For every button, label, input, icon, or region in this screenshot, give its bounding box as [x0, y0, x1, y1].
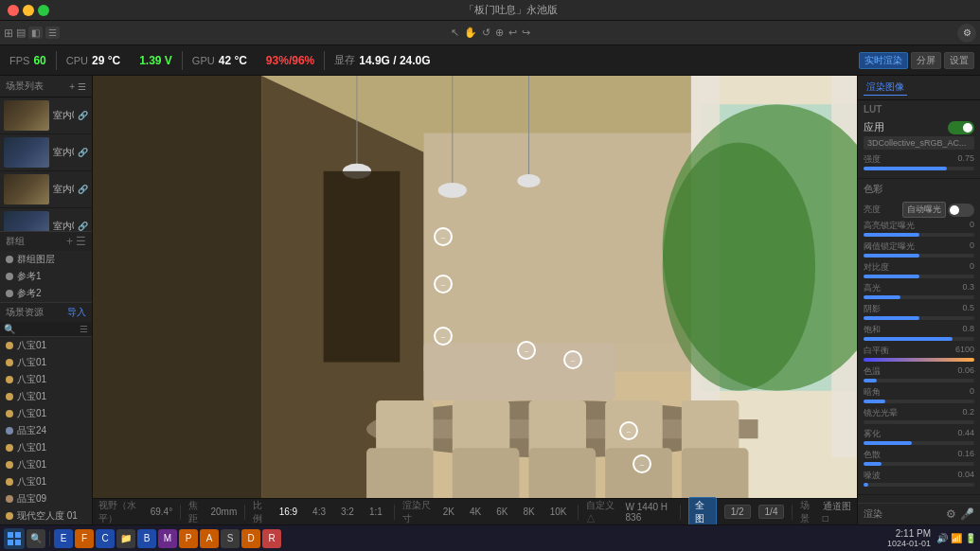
vp-node-3[interactable]: –: [434, 327, 453, 346]
settings-btn[interactable]: 设置: [944, 52, 974, 69]
split-btn[interactable]: 分屏: [911, 52, 941, 69]
noise-track[interactable]: [864, 483, 974, 487]
tool-rotate[interactable]: ↺: [482, 27, 490, 39]
vp-node-5[interactable]: –: [563, 350, 582, 369]
mic-icon[interactable]: 🎤: [960, 507, 974, 521]
sidebar-menu-icon[interactable]: ☰: [78, 81, 86, 92]
ratio-1-1[interactable]: 1:1: [365, 506, 386, 518]
group-menu-icon[interactable]: ☰: [76, 235, 86, 248]
taskbar-app-5[interactable]: B: [137, 529, 156, 548]
group-item[interactable]: 参考1: [0, 268, 92, 285]
taskbar-app-1[interactable]: E: [54, 529, 73, 548]
mat-item[interactable]: 八宝01: [0, 388, 92, 405]
search-menu-icon[interactable]: ☰: [80, 324, 88, 334]
tool-undo[interactable]: ↩: [508, 27, 517, 39]
res-2k[interactable]: 2K: [439, 506, 458, 518]
high-bright-track[interactable]: [864, 233, 974, 237]
mat-item[interactable]: 八宝01: [0, 439, 92, 456]
network-icon[interactable]: 📶: [951, 533, 962, 543]
sidebar-add-icon[interactable]: +: [69, 81, 75, 92]
mat-item[interactable]: 八宝01: [0, 354, 92, 371]
right-tab-render[interactable]: 渲染图像: [864, 80, 907, 96]
quarter-btn[interactable]: 1/4: [758, 505, 785, 519]
group-item[interactable]: 群组图层: [0, 251, 92, 268]
vignette-track[interactable]: [864, 400, 974, 403]
scene-item[interactable]: 室内03景 🔗: [0, 171, 92, 208]
minimize-button[interactable]: [23, 5, 34, 16]
res-10k[interactable]: 10K: [546, 506, 571, 518]
res-4k[interactable]: 4K: [466, 506, 485, 518]
vp-node-6[interactable]: –: [619, 421, 638, 440]
render-btn[interactable]: 实时渲染: [859, 52, 908, 69]
battery-icon[interactable]: 🔋: [965, 533, 976, 543]
material-search[interactable]: 🔍 ☰: [0, 322, 92, 337]
white-balance-track[interactable]: [864, 358, 974, 362]
tint-track[interactable]: [864, 379, 974, 382]
mat-item[interactable]: 八宝01: [0, 371, 92, 388]
start-button[interactable]: [4, 528, 25, 549]
taskbar-app-7[interactable]: P: [179, 529, 198, 548]
taskbar-app-6[interactable]: M: [158, 529, 177, 548]
res-8k[interactable]: 8K: [519, 506, 538, 518]
vp-node-1[interactable]: –: [434, 227, 453, 246]
group-add-icon[interactable]: +: [66, 235, 73, 248]
saturation-track[interactable]: [864, 337, 974, 341]
lut-toggle[interactable]: [948, 121, 974, 134]
mat-item[interactable]: 八宝01: [0, 473, 92, 490]
shadow-track[interactable]: [864, 316, 974, 320]
vp-node-7[interactable]: –: [633, 454, 651, 473]
res-6k[interactable]: 6K: [492, 506, 511, 518]
mat-item[interactable]: 八宝01: [0, 405, 92, 422]
tool-arrow[interactable]: ↖: [451, 27, 459, 39]
search-taskbar-icon[interactable]: 🔍: [27, 529, 45, 548]
viewport[interactable]: – – – – – – – 视野（水平） 69.4° 焦距 20mm 比例 16…: [93, 76, 857, 524]
volume-icon[interactable]: 🔊: [936, 533, 948, 543]
tool-hand[interactable]: ✋: [464, 27, 477, 39]
mat-item[interactable]: 品宝09: [0, 490, 92, 507]
mat-item[interactable]: 品宝24: [0, 422, 92, 439]
taskbar-app-8[interactable]: A: [200, 529, 219, 548]
taskbar-app-10[interactable]: D: [241, 529, 260, 548]
mat-item[interactable]: 现代空人度 01: [0, 507, 92, 524]
ratio-16-9[interactable]: 16:9: [276, 506, 301, 518]
strength-track[interactable]: [864, 167, 974, 170]
scene-item[interactable]: 室内04景 🔗: [0, 208, 92, 231]
bloom-track[interactable]: [864, 420, 974, 424]
taskbar-app-2[interactable]: F: [75, 529, 94, 548]
toolbar-icon-grid[interactable]: ⊞: [4, 27, 13, 40]
tool-zoom[interactable]: ⊕: [495, 27, 504, 39]
taskbar-app-4[interactable]: 📁: [116, 529, 135, 548]
lut-file-label[interactable]: 3DCollective_sRGB_AC...: [864, 136, 974, 150]
taskbar-app-9[interactable]: S: [221, 529, 240, 548]
import-btn[interactable]: 导入: [67, 306, 86, 319]
toolbar-icon-1[interactable]: ◧: [28, 27, 43, 39]
scene-item[interactable]: 室内01景 🔗: [0, 98, 92, 134]
group-item[interactable]: 参考2: [0, 285, 92, 302]
auto-btn[interactable]: 自动曝光: [902, 202, 946, 218]
highlights-track[interactable]: [864, 295, 974, 299]
tool-redo[interactable]: ↪: [522, 27, 530, 39]
half-btn[interactable]: 1/2: [724, 505, 751, 519]
maximize-button[interactable]: [38, 5, 49, 16]
scene-item[interactable]: 室内02景 🔗: [0, 134, 92, 171]
vp-node-2[interactable]: –: [434, 275, 453, 293]
mat-item[interactable]: 八宝01: [0, 337, 92, 354]
threshold-track[interactable]: [864, 254, 974, 258]
toolbar-icon-settings[interactable]: ⚙: [957, 24, 976, 43]
ratio-3-2[interactable]: 3:2: [337, 506, 358, 518]
toolbar-icon-view[interactable]: ▤: [16, 27, 26, 39]
ratio-4-3[interactable]: 4:3: [309, 506, 330, 518]
brightness-toggle[interactable]: [948, 204, 974, 217]
close-button[interactable]: [8, 5, 19, 16]
taskbar-app-11[interactable]: R: [262, 529, 281, 548]
full-btn[interactable]: 全图: [688, 497, 717, 525]
search-input[interactable]: [17, 324, 78, 334]
haze-track[interactable]: [864, 441, 974, 445]
contrast-track[interactable]: [864, 275, 974, 278]
settings-icon[interactable]: ⚙: [946, 507, 956, 521]
vp-node-4[interactable]: –: [517, 341, 536, 360]
taskbar-app-3[interactable]: C: [96, 529, 115, 548]
mat-item[interactable]: 八宝01: [0, 456, 92, 473]
toolbar-icon-2[interactable]: ☰: [45, 27, 60, 39]
chromatic-track[interactable]: [864, 462, 974, 466]
